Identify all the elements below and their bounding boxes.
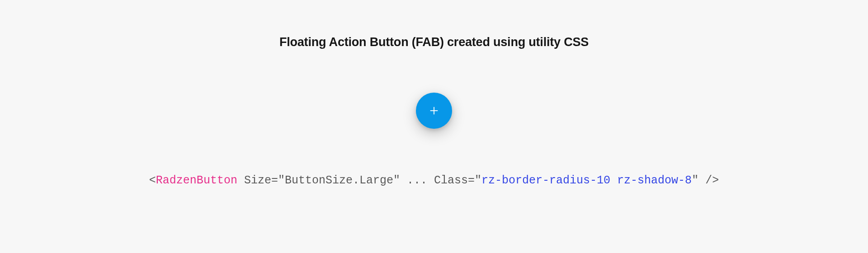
code-attr-name: Size: [244, 174, 271, 187]
code-space: [237, 174, 244, 187]
code-quote: ": [475, 174, 481, 187]
code-snippet: <RadzenButton Size="ButtonSize.Large" ..…: [149, 174, 719, 187]
code-punct: =: [468, 174, 475, 187]
code-attr-name: Class: [434, 174, 468, 187]
code-close: />: [698, 174, 719, 187]
code-punct: =: [271, 174, 278, 187]
code-ellipsis: ...: [400, 174, 434, 187]
code-tagname: RadzenButton: [156, 174, 237, 187]
code-quote: ": [692, 174, 698, 187]
add-icon: [429, 106, 439, 116]
code-punct: <: [149, 174, 156, 187]
fab-button[interactable]: [416, 93, 452, 129]
code-attr-value: "ButtonSize.Large": [278, 174, 400, 187]
code-class-value: rz-border-radius-10 rz-shadow-8: [481, 174, 692, 187]
page-title: Floating Action Button (FAB) created usi…: [279, 35, 589, 49]
